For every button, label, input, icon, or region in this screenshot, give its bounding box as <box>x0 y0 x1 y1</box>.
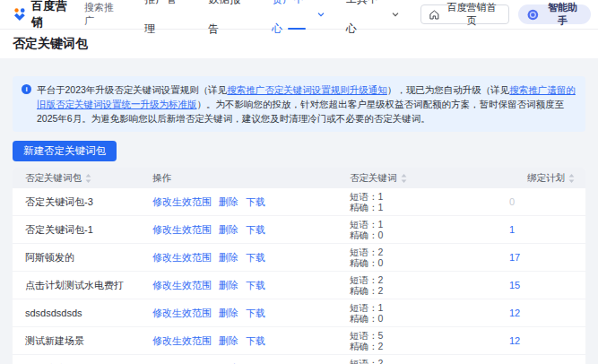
bound-plans-link[interactable]: 12 <box>509 308 520 318</box>
upgrade-notice-banner: i 平台于2023年升级否定关键词设置规则（详见搜索推广否定关键词设置规则升级通… <box>13 76 585 132</box>
row-actions: 修改生效范围 删除 下载 <box>152 251 337 264</box>
notice-text: 平台于2023年升级否定关键词设置规则（详见搜索推广否定关键词设置规则升级通知）… <box>37 82 576 126</box>
sort-icon <box>401 174 407 183</box>
keyword-counts: 短语：2 精确：2 <box>337 274 495 296</box>
table-row: sdsdsdsdsds 修改生效范围 删除 下载 短语：1 精确：0 12 <box>13 299 585 327</box>
modify-scope-link[interactable]: 修改生效范围 <box>152 251 212 264</box>
bound-plans-link[interactable]: 15 <box>509 280 520 290</box>
sort-icon <box>568 174 575 183</box>
bound-plans-count: 12 <box>495 335 585 346</box>
bound-plans-link[interactable]: 12 <box>509 335 520 346</box>
row-actions: 修改生效范围 删除 下载 <box>152 334 337 348</box>
content-area: i 平台于2023年升级否定关键词设置规则（详见搜索推广否定关键词设置规则升级通… <box>0 58 598 364</box>
keyword-counts: 短语：1 精确：0 <box>337 219 495 240</box>
download-link[interactable]: 下载 <box>246 223 265 237</box>
delete-link[interactable]: 删除 <box>219 279 238 292</box>
notice-link-rule-upgrade[interactable]: 搜索推广否定关键词设置规则升级通知 <box>227 84 387 95</box>
delete-link[interactable]: 删除 <box>219 251 238 264</box>
chevron-down-icon <box>317 13 325 17</box>
negative-keyword-table: 否定关键词包 操作 否定关键词 绑定计划 否定关键词包-3 修改 <box>13 168 585 364</box>
row-actions: 修改生效范围 删除 下载 <box>152 195 337 209</box>
package-name: 测试新建场景 <box>13 334 152 348</box>
table-row: 否定关键词包-3 修改生效范围 删除 下载 短语：1 精确：1 0 <box>13 188 585 216</box>
column-header-negative-keywords[interactable]: 否定关键词 <box>337 172 495 185</box>
baidu-marketing-logo-icon <box>13 7 27 22</box>
delete-link[interactable]: 删除 <box>219 195 238 209</box>
bound-plans-count: 17 <box>495 252 585 263</box>
table-header-row: 否定关键词包 操作 否定关键词 绑定计划 <box>13 168 585 188</box>
column-header-package-name[interactable]: 否定关键词包 <box>13 172 152 185</box>
row-actions: 修改生效范围 删除 下载 <box>152 307 337 320</box>
home-icon <box>429 10 439 20</box>
bound-plans-link[interactable]: 1 <box>509 224 515 235</box>
nav-item-data-report[interactable]: 数据报告 <box>208 0 250 30</box>
smart-assistant-button[interactable]: 智能助手 <box>518 4 591 24</box>
sort-icon <box>85 174 91 183</box>
brand-name: 百度营销 <box>31 0 79 30</box>
nav-item-asset-center[interactable]: 资产中心 <box>272 0 325 30</box>
product-name: 搜索推广 <box>84 1 123 28</box>
delete-link[interactable]: 删除 <box>219 307 238 320</box>
column-header-bound-plans[interactable]: 绑定计划 <box>495 172 585 185</box>
page-title: 否定关键词包 <box>13 36 88 52</box>
main-nav: 推广管理 数据报告 资产中心 工具中心 <box>144 0 420 30</box>
table-row: 否定关键词包-1 修改生效范围 删除 下载 短语：1 精确：0 1 <box>13 216 585 244</box>
create-negative-keyword-package-button[interactable]: 新建否定关键词包 <box>13 141 117 161</box>
top-nav: 百度营销 搜索推广 推广管理 数据报告 资产中心 工具中心 <box>0 0 598 30</box>
column-header-actions: 操作 <box>152 172 337 185</box>
download-link[interactable]: 下载 <box>246 195 265 209</box>
table-row: 阿斯顿发的 修改生效范围 删除 下载 短语：2 精确：0 17 <box>13 244 585 272</box>
table-row: 纯纯粹粹 修改生效范围 删除 下载 短语：2 精确：0 17 <box>13 355 585 364</box>
chevron-down-icon <box>392 13 399 17</box>
table-row: 点击计划测试水电费打 修改生效范围 删除 下载 短语：2 精确：2 15 <box>13 272 585 299</box>
nav-item-tool-center[interactable]: 工具中心 <box>346 0 399 30</box>
bound-plans-count: 12 <box>495 308 585 318</box>
row-actions: 修改生效范围 删除 下载 <box>152 279 337 292</box>
keyword-counts: 短语：1 精确：1 <box>337 191 495 212</box>
keyword-counts: 短语：2 精确：0 <box>337 358 495 364</box>
modify-scope-link[interactable]: 修改生效范围 <box>152 334 212 348</box>
delete-link[interactable]: 删除 <box>219 334 238 348</box>
package-name: 否定关键词包-1 <box>13 223 152 237</box>
info-icon: i <box>22 84 31 94</box>
app-window: 百度营销 搜索推广 推广管理 数据报告 资产中心 工具中心 <box>0 0 598 364</box>
table-row: 测试新建场景 修改生效范围 删除 下载 短语：5 精确：2 12 <box>13 327 585 355</box>
bound-plans-link[interactable]: 17 <box>509 252 520 263</box>
brand-logo[interactable]: 百度营销 搜索推广 <box>13 0 123 30</box>
modify-scope-link[interactable]: 修改生效范围 <box>152 223 212 237</box>
row-actions: 修改生效范围 删除 下载 <box>152 223 337 237</box>
keyword-counts: 短语：1 精确：0 <box>337 302 495 324</box>
bound-plans-count: 15 <box>495 280 585 290</box>
modify-scope-link[interactable]: 修改生效范围 <box>152 307 212 320</box>
marketing-home-button[interactable]: 百度营销首页 <box>420 4 509 24</box>
package-name: 否定关键词包-3 <box>13 195 152 209</box>
package-name: sdsdsdsdsds <box>13 308 152 318</box>
topbar-actions: 百度营销首页 智能助手 <box>420 4 591 24</box>
package-name: 阿斯顿发的 <box>13 251 152 264</box>
modify-scope-link[interactable]: 修改生效范围 <box>152 279 212 292</box>
nav-item-promotion-management[interactable]: 推广管理 <box>144 0 186 30</box>
keyword-counts: 短语：5 精确：2 <box>337 330 495 351</box>
keyword-counts: 短语：2 精确：0 <box>337 247 495 268</box>
delete-link[interactable]: 删除 <box>219 223 238 237</box>
download-link[interactable]: 下载 <box>246 251 265 264</box>
assistant-icon <box>527 9 539 21</box>
bound-plans-count: 1 <box>495 224 585 235</box>
download-link[interactable]: 下载 <box>246 279 265 292</box>
package-name: 点击计划测试水电费打 <box>13 279 152 292</box>
bound-plans-count: 0 <box>495 196 585 207</box>
download-link[interactable]: 下载 <box>246 307 265 320</box>
modify-scope-link[interactable]: 修改生效范围 <box>152 195 212 209</box>
download-link[interactable]: 下载 <box>246 334 265 348</box>
